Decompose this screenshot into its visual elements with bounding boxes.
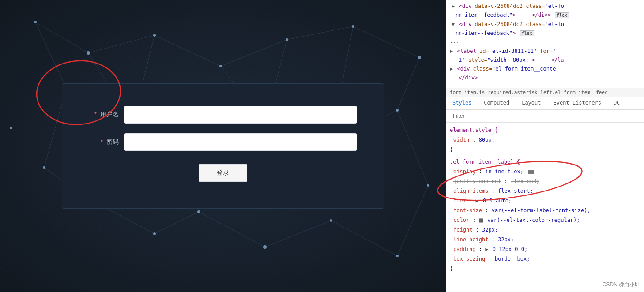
css-prop-display: display : inline-flex; (446, 167, 644, 176)
css-prop-align-items: align-items : flex-start; (446, 186, 644, 196)
svg-point-50 (396, 255, 399, 257)
expand-arrow-1[interactable]: ▶ (452, 3, 455, 9)
username-required-star: * (94, 111, 97, 118)
html-attr-2a: data-v-26084dc2 (475, 21, 523, 27)
collapse-arrow-2[interactable]: ▼ (452, 21, 455, 27)
css-prop-name-display: display (453, 168, 476, 175)
badge-flex-1: flex (555, 12, 569, 18)
css-selector-el-form: .el-form-item label { (450, 159, 520, 165)
watermark: CSDN @白小ki (603, 281, 639, 288)
svg-point-44 (43, 166, 45, 169)
css-val-padding: 0 12px 0 0; (493, 246, 527, 252)
selector-bar: form-item.is-required.asterisk-left.el-f… (446, 88, 644, 97)
svg-point-33 (153, 34, 156, 37)
password-label-text: 密码 (106, 138, 119, 145)
login-card: * 用户名 * 密码 登录 (62, 83, 384, 209)
css-prop-flex: flex : ▶ 0 0 auto; (446, 196, 644, 206)
css-val-justify: flex-end; (511, 178, 539, 184)
html-val-2b: rm-item--feedback" (455, 30, 512, 36)
html-tag-1b: > (512, 12, 516, 18)
css-val-width: 80px; (479, 137, 495, 143)
expand-arrow-4[interactable]: ▶ (450, 66, 453, 72)
devtools-tabs: Styles Computed Layout Event Listeners D… (446, 97, 644, 110)
css-rule-element-style: element.style { (446, 125, 644, 135)
html-attr-2b: class= (526, 21, 545, 27)
css-expand-padding[interactable]: ▶ (485, 246, 488, 252)
svg-point-34 (219, 65, 222, 67)
svg-point-37 (418, 56, 421, 59)
css-val-display: inline-flex; (485, 168, 523, 175)
tab-layout[interactable]: Layout (516, 97, 547, 109)
css-colon-2: : (479, 168, 485, 175)
css-val-height: 32px; (482, 227, 498, 233)
login-panel: * 用户名 * 密码 登录 (0, 0, 446, 292)
css-prop-name-color: color (453, 217, 469, 223)
css-prop-name-align: align-items (453, 188, 488, 194)
tab-styles[interactable]: Styles (446, 97, 478, 109)
html-attr-2: class= (526, 3, 545, 9)
password-label: * 密码 (89, 138, 124, 146)
login-button[interactable]: 登录 (199, 164, 247, 182)
css-prop-box-sizing: box-sizing : border-box; (446, 254, 644, 264)
css-selector-element-style: element.style { (450, 127, 497, 133)
css-colon-9: : (492, 236, 498, 243)
css-prop-name-boxsizing: box-sizing (453, 256, 485, 262)
css-prop-line-height: line-height : 32px; (446, 235, 644, 244)
html-line-5: </div> (446, 73, 644, 82)
tab-dc[interactable]: DC (607, 97, 626, 109)
tab-computed[interactable]: Computed (478, 97, 516, 109)
html-close-1: </div> (531, 12, 550, 18)
selector-text: form-item.is-required.asterisk-left.el-f… (450, 90, 608, 95)
html-attr-3a: id= (479, 48, 489, 54)
html-line-4: ▶ <div class="el-form-item__conte (446, 64, 644, 73)
html-val-2: "el-fo (545, 21, 564, 27)
html-val-3b: 1" (459, 57, 465, 63)
password-input[interactable] (124, 133, 357, 151)
css-val-color: var(--el-text-color-regular); (487, 217, 580, 223)
html-line-1: ▶ <div data-v-26084dc2 class="el-fo (446, 2, 644, 11)
html-line-1b: rm-item--feedback"> ··· </div> flex (446, 11, 644, 20)
html-tag-5: </div> (459, 75, 478, 81)
login-btn-row: 登录 (89, 164, 357, 182)
svg-point-36 (352, 25, 354, 28)
password-required-star: * (101, 138, 103, 145)
color-swatch[interactable] (479, 218, 483, 223)
css-prop-height: height : 32px; (446, 225, 644, 235)
html-tag-2: <div (459, 21, 471, 27)
html-attr-4: class= (473, 66, 492, 72)
dots-2: ··· (450, 39, 459, 45)
css-prop-name-padding: padding (453, 246, 476, 252)
css-val-flex: 0 0 auto; (483, 198, 512, 204)
css-prop-padding: padding : ▶ 0 12px 0 0; (446, 244, 644, 254)
css-prop-name-height: height (453, 227, 472, 233)
tab-event-listeners[interactable]: Event Listeners (547, 97, 607, 109)
css-brace-close-2: } (450, 266, 453, 272)
svg-point-51 (427, 184, 429, 187)
css-colon-10: : (479, 246, 485, 252)
html-line-3: ▶ <label id="el-id-8811-11" for=" (446, 47, 644, 56)
css-val-boxsizing: border-box; (495, 256, 530, 262)
css-colon-7: : (472, 217, 478, 223)
html-line-2: ▼ <div data-v-26084dc2 class="el-fo (446, 20, 644, 29)
html-val-1b: rm-item--feedback" (455, 12, 512, 18)
css-close-1: } (446, 145, 644, 154)
username-label-text: 用户名 (100, 111, 119, 118)
svg-point-49 (330, 219, 332, 222)
css-prop-name-flex: flex (453, 198, 466, 204)
css-expand-flex[interactable]: ▶ (476, 198, 479, 204)
css-val-lineheight: 32px; (498, 236, 514, 243)
svg-point-31 (34, 21, 37, 23)
html-attr-3b: for= (540, 48, 553, 54)
username-input[interactable] (124, 106, 357, 124)
password-form-item: * 密码 (89, 133, 357, 151)
css-rule-el-form-item-label: .el-form-item label { (446, 157, 644, 167)
css-prop-name-lineheight: line-height (453, 236, 488, 243)
css-prop-justify-content: justify-content : flex-end; (446, 176, 644, 186)
css-prop-font-size: font-size : var(--el-form-label-font-siz… (446, 206, 644, 215)
filter-bar (446, 110, 644, 123)
flex-grid-icon[interactable] (528, 170, 534, 174)
html-tag-4: <div (457, 66, 470, 72)
expand-arrow-3[interactable]: ▶ (450, 48, 453, 54)
css-val-fontsize: var(--el-form-label-font-size); (492, 207, 591, 213)
filter-input[interactable] (450, 112, 640, 120)
